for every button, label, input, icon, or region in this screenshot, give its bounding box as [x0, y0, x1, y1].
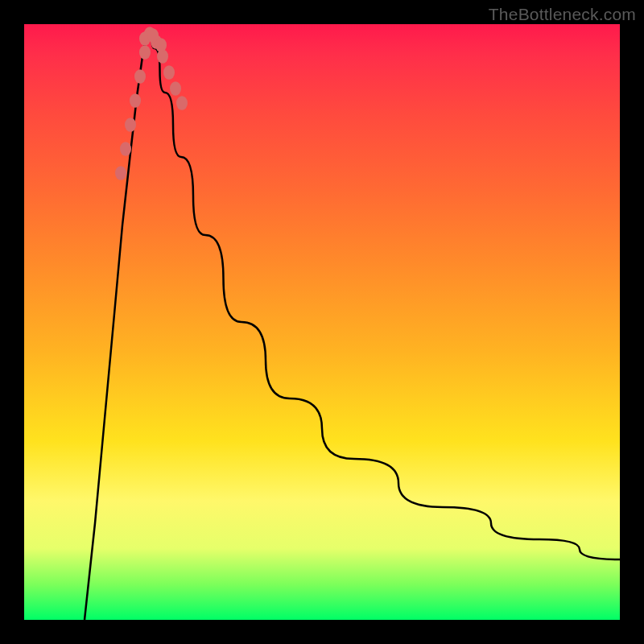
sample-dot	[163, 65, 175, 80]
sample-dot	[134, 69, 146, 84]
sample-dot	[120, 142, 131, 156]
sample-dot	[125, 118, 136, 132]
sample-dot	[130, 93, 141, 108]
plot-area	[24, 24, 620, 620]
sample-dot	[155, 38, 167, 52]
right-branch-curve	[149, 28, 620, 559]
sample-dot	[139, 45, 151, 60]
sample-dot	[115, 166, 126, 180]
curves-svg	[24, 24, 620, 620]
chart-stage: TheBottleneck.com	[0, 0, 644, 644]
watermark-text: TheBottleneck.com	[489, 5, 636, 24]
sample-dot	[170, 81, 181, 96]
left-branch-curve	[85, 28, 149, 620]
sample-dot	[176, 96, 188, 110]
sample-dots-group	[115, 27, 188, 180]
